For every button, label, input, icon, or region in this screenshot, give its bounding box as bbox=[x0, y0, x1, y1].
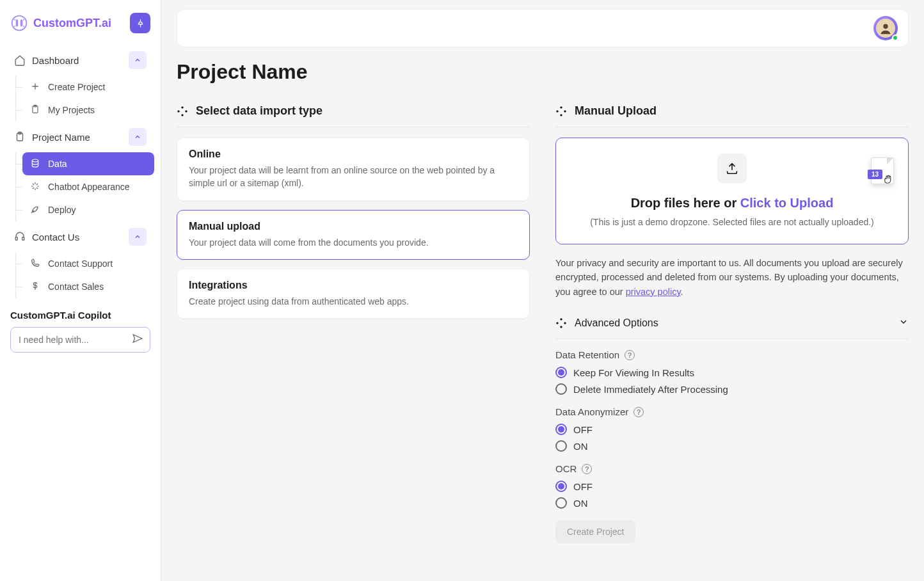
nav-dashboard[interactable]: Dashboard bbox=[6, 45, 154, 76]
nav-support-label: Contact Support bbox=[48, 259, 113, 269]
drag-file-cursor-icon: 13 bbox=[871, 157, 896, 184]
svg-rect-20 bbox=[560, 113, 562, 116]
import-integrations-desc: Create project using data from authentic… bbox=[189, 295, 518, 308]
nav-appearance-label: Chatbot Appearance bbox=[48, 182, 130, 192]
dropzone-prefix: Drop files here or bbox=[631, 196, 740, 210]
diamond-grid-icon bbox=[177, 106, 188, 117]
manual-upload-heading-row: Manual Upload bbox=[555, 99, 909, 127]
privacy-text-2: . bbox=[681, 287, 683, 297]
nav-deploy-label: Deploy bbox=[48, 205, 76, 215]
svg-point-9 bbox=[32, 159, 38, 162]
svg-rect-15 bbox=[185, 109, 187, 112]
click-to-upload-link[interactable]: Click to Upload bbox=[740, 196, 834, 210]
chevron-up-icon bbox=[134, 233, 141, 241]
help-icon[interactable]: ? bbox=[582, 464, 592, 474]
send-icon[interactable] bbox=[132, 333, 143, 347]
sparkles-icon bbox=[30, 181, 42, 193]
chevron-down-icon bbox=[898, 317, 909, 327]
collapse-project-button[interactable] bbox=[129, 128, 147, 146]
nav-deploy[interactable]: Deploy bbox=[22, 198, 154, 221]
svg-rect-21 bbox=[560, 318, 562, 321]
pin-icon bbox=[136, 19, 145, 28]
svg-rect-13 bbox=[181, 106, 184, 108]
nav-create-project[interactable]: Create Project bbox=[22, 76, 154, 99]
nav-contact-sales[interactable]: Contact Sales bbox=[22, 275, 154, 298]
collapse-contact-button[interactable] bbox=[129, 228, 147, 246]
copilot-title: CustomGPT.ai Copilot bbox=[10, 310, 150, 321]
import-option-manual[interactable]: Manual upload Your project data will com… bbox=[177, 210, 530, 260]
collapse-dashboard-button[interactable] bbox=[129, 51, 147, 69]
pin-sidebar-button[interactable] bbox=[130, 13, 150, 33]
user-avatar[interactable] bbox=[873, 16, 898, 40]
phone-icon bbox=[30, 258, 42, 269]
nav-contact-label: Contact Us bbox=[32, 232, 79, 243]
page-title: Project Name bbox=[177, 60, 909, 84]
retention-keep-radio[interactable]: Keep For Viewing In Results bbox=[555, 367, 909, 378]
retention-delete-label: Delete Immediately After Processing bbox=[573, 384, 728, 395]
nav-data[interactable]: Data bbox=[22, 152, 154, 175]
nav-project-name[interactable]: Project Name bbox=[6, 122, 154, 152]
create-project-button[interactable]: Create Project bbox=[555, 520, 635, 543]
anonymizer-on-label: ON bbox=[573, 441, 588, 452]
anonymizer-off-radio[interactable]: OFF bbox=[555, 424, 909, 435]
svg-rect-14 bbox=[177, 109, 180, 112]
nav-my-projects[interactable]: My Projects bbox=[22, 99, 154, 122]
import-integrations-title: Integrations bbox=[189, 280, 518, 291]
upload-icon bbox=[725, 161, 739, 175]
advanced-collapse-button[interactable] bbox=[898, 317, 909, 330]
upload-icon-box bbox=[717, 154, 747, 183]
svg-point-3 bbox=[14, 26, 16, 28]
privacy-text-1: Your privacy and security are important … bbox=[555, 258, 903, 297]
nav-data-label: Data bbox=[48, 159, 67, 169]
retention-delete-radio[interactable]: Delete Immediately After Processing bbox=[555, 383, 909, 395]
import-type-heading-row: Select data import type bbox=[177, 99, 530, 127]
ocr-on-radio[interactable]: ON bbox=[555, 497, 909, 509]
main-content: Project Name Select data import type Onl… bbox=[161, 0, 924, 581]
advanced-options-heading: Advanced Options bbox=[575, 317, 658, 329]
import-type-heading: Select data import type bbox=[196, 104, 323, 118]
import-option-integrations[interactable]: Integrations Create project using data f… bbox=[177, 269, 530, 319]
retention-keep-label: Keep For Viewing In Results bbox=[573, 367, 694, 378]
copilot-block: CustomGPT.ai Copilot bbox=[6, 310, 154, 353]
advanced-options-heading-row[interactable]: Advanced Options bbox=[555, 312, 909, 339]
copilot-input-wrapper[interactable] bbox=[10, 327, 150, 353]
nav-dashboard-label: Dashboard bbox=[32, 55, 79, 66]
chevron-up-icon bbox=[134, 133, 141, 141]
ocr-off-radio[interactable]: OFF bbox=[555, 481, 909, 492]
grab-cursor-icon bbox=[882, 173, 894, 187]
svg-point-1 bbox=[14, 19, 16, 20]
svg-point-0 bbox=[12, 16, 27, 31]
import-option-online[interactable]: Online Your project data will be learnt … bbox=[177, 138, 530, 201]
svg-point-2 bbox=[23, 19, 25, 20]
svg-rect-22 bbox=[556, 322, 559, 324]
help-icon[interactable]: ? bbox=[633, 407, 644, 417]
svg-rect-11 bbox=[22, 237, 24, 241]
brand-row: CustomGPT.ai bbox=[6, 13, 154, 45]
nav-chatbot-appearance[interactable]: Chatbot Appearance bbox=[22, 175, 154, 198]
copilot-input[interactable] bbox=[17, 334, 132, 346]
help-icon[interactable]: ? bbox=[625, 350, 635, 360]
nav-my-projects-label: My Projects bbox=[48, 105, 95, 115]
nav-contact-support[interactable]: Contact Support bbox=[22, 252, 154, 275]
nav-project-name-label: Project Name bbox=[32, 132, 90, 143]
anonymizer-off-label: OFF bbox=[573, 424, 593, 435]
headset-icon bbox=[14, 231, 26, 243]
upload-dropzone[interactable]: Drop files here or Click to Upload (This… bbox=[555, 138, 909, 244]
privacy-policy-link[interactable]: privacy policy bbox=[626, 287, 681, 297]
dropzone-note: (This is just a demo dropzone. Selected … bbox=[575, 217, 889, 227]
svg-rect-23 bbox=[564, 322, 566, 324]
nav-contact-us[interactable]: Contact Us bbox=[6, 221, 154, 252]
manual-upload-column: Manual Upload Drop files here or Click t… bbox=[555, 99, 909, 543]
data-anonymizer-group: Data Anonymizer ? OFF ON bbox=[555, 406, 909, 452]
status-online-icon bbox=[892, 35, 898, 41]
svg-rect-24 bbox=[560, 326, 562, 328]
diamond-grid-icon bbox=[555, 317, 567, 329]
home-icon bbox=[14, 54, 26, 66]
data-retention-label: Data Retention bbox=[555, 349, 619, 360]
nav-group-project: Project Name Data Chatbot Appearance bbox=[6, 122, 154, 221]
data-retention-group: Data Retention ? Keep For Viewing In Res… bbox=[555, 349, 909, 395]
ocr-label: OCR bbox=[555, 463, 577, 474]
anonymizer-on-radio[interactable]: ON bbox=[555, 440, 909, 452]
svg-point-4 bbox=[23, 26, 25, 28]
svg-point-12 bbox=[883, 24, 888, 29]
